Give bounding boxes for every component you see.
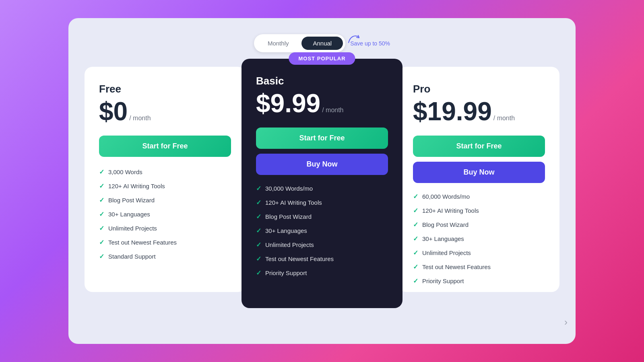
list-item: ✓30,000 Words/mo: [256, 185, 388, 192]
toggle-monthly[interactable]: Monthly: [256, 37, 300, 50]
check-icon: ✓: [413, 263, 418, 271]
pro-buy-button[interactable]: Buy Now: [413, 162, 545, 183]
check-icon: ✓: [256, 185, 261, 192]
check-icon: ✓: [413, 221, 418, 228]
list-item: ✓3,000 Words: [99, 168, 231, 176]
list-item: ✓60,000 Words/mo: [413, 193, 545, 200]
list-item: ✓Priority Support: [256, 269, 388, 277]
main-container: Monthly Annual Save up to 50% Free $0 / …: [68, 18, 576, 344]
basic-price: $9.99: [256, 90, 320, 116]
list-item: ✓Unlimited Projects: [413, 249, 545, 257]
plan-card-basic: MOST POPULAR Basic $9.99 / month Start f…: [242, 59, 402, 308]
check-icon: ✓: [413, 249, 418, 257]
list-item: ✓120+ AI Writing Tools: [256, 199, 388, 206]
basic-price-row: $9.99 / month: [256, 90, 388, 116]
list-item: ✓Test out Newest Features: [256, 255, 388, 263]
check-icon: ✓: [256, 255, 261, 263]
free-price-row: $0 / month: [99, 99, 231, 124]
basic-buy-button[interactable]: Buy Now: [256, 154, 388, 175]
list-item: ✓120+ AI Writing Tools: [413, 207, 545, 214]
pro-period: / month: [493, 115, 515, 122]
toggle-annual[interactable]: Annual: [301, 37, 343, 50]
next-arrow-icon[interactable]: ›: [564, 317, 568, 328]
list-item: ✓Test out Newest Features: [99, 239, 231, 246]
pro-price-row: $19.99 / month: [413, 99, 545, 124]
list-item: ✓Unlimited Projects: [99, 224, 231, 232]
check-icon: ✓: [99, 224, 104, 232]
check-icon: ✓: [99, 168, 104, 176]
list-item: ✓30+ Languages: [413, 235, 545, 243]
check-icon: ✓: [256, 269, 261, 277]
basic-period: / month: [322, 107, 343, 114]
list-item: ✓Standard Support: [99, 253, 231, 260]
check-icon: ✓: [99, 239, 104, 246]
basic-plan-name: Basic: [256, 75, 388, 87]
list-item: ✓Blog Post Wizard: [256, 213, 388, 220]
check-icon: ✓: [99, 196, 104, 204]
basic-cta-free-button[interactable]: Start for Free: [256, 128, 388, 149]
basic-features-list: ✓30,000 Words/mo ✓120+ AI Writing Tools …: [256, 185, 388, 277]
plan-card-pro: Pro $19.99 / month Start for Free Buy No…: [398, 67, 559, 292]
pro-cta-free-button[interactable]: Start for Free: [413, 136, 545, 157]
check-icon: ✓: [256, 241, 261, 249]
free-plan-name: Free: [99, 83, 231, 95]
check-icon: ✓: [256, 227, 261, 234]
check-icon: ✓: [256, 213, 261, 220]
check-icon: ✓: [99, 253, 104, 260]
check-icon: ✓: [413, 207, 418, 214]
list-item: ✓Priority Support: [413, 277, 545, 285]
check-icon: ✓: [413, 235, 418, 243]
list-item: ✓Blog Post Wizard: [99, 196, 231, 204]
free-cta-button[interactable]: Start for Free: [99, 136, 231, 157]
check-icon: ✓: [256, 199, 261, 206]
billing-toggle[interactable]: Monthly Annual: [254, 34, 345, 52]
list-item: ✓Blog Post Wizard: [413, 221, 545, 228]
toggle-area: Monthly Annual Save up to 50%: [254, 34, 390, 52]
free-features-list: ✓3,000 Words ✓120+ AI Writing Tools ✓Blo…: [99, 168, 231, 260]
list-item: ✓Test out Newest Features: [413, 263, 545, 271]
check-icon: ✓: [99, 210, 104, 218]
free-period: / month: [129, 115, 151, 122]
check-icon: ✓: [413, 193, 418, 200]
free-price: $0: [99, 99, 128, 124]
pro-plan-name: Pro: [413, 83, 545, 95]
plan-card-free: Free $0 / month Start for Free ✓3,000 Wo…: [85, 67, 246, 292]
check-icon: ✓: [99, 182, 104, 190]
list-item: ✓30+ Languages: [256, 227, 388, 234]
save-arrow-icon: [347, 33, 361, 44]
list-item: ✓120+ AI Writing Tools: [99, 182, 231, 190]
most-popular-badge: MOST POPULAR: [289, 52, 355, 65]
check-icon: ✓: [413, 277, 418, 285]
pro-features-list: ✓60,000 Words/mo ✓120+ AI Writing Tools …: [413, 193, 545, 285]
save-badge: Save up to 50%: [350, 40, 390, 47]
pro-price: $19.99: [413, 99, 492, 124]
list-item: ✓Unlimited Projects: [256, 241, 388, 249]
pricing-cards: Free $0 / month Start for Free ✓3,000 Wo…: [85, 67, 559, 328]
list-item: ✓30+ Languages: [99, 210, 231, 218]
